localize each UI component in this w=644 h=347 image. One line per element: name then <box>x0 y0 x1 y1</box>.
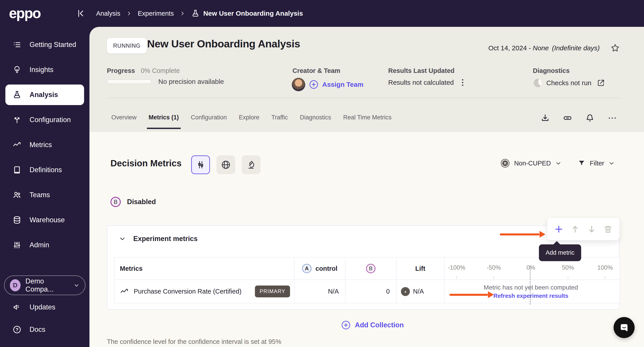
cuped-dropdown[interactable]: Non-CUPED <box>500 158 562 168</box>
control-label: control <box>316 265 338 272</box>
variant-b-value: 0 <box>386 288 390 295</box>
star-icon[interactable] <box>610 43 620 53</box>
date-end: None <box>533 44 549 52</box>
sidebar-item-updates[interactable]: Updates <box>5 297 84 318</box>
lift-axis-header: -100% -50% 0% 50% 100% <box>444 258 619 280</box>
variant-b-chip[interactable]: B <box>110 197 121 207</box>
add-collection-button[interactable]: Add Collection <box>341 320 404 330</box>
tab-overview[interactable]: Overview <box>109 111 139 129</box>
tab-explore[interactable]: Explore <box>236 111 262 129</box>
date-duration-note: (Indefinite days) <box>552 44 600 52</box>
megaphone-icon <box>12 303 22 312</box>
bell-icon[interactable] <box>585 113 595 123</box>
refresh-results-link[interactable]: Refresh experiment results <box>493 292 568 300</box>
results-row: Results not calculated <box>388 78 465 87</box>
microscope-icon <box>246 160 256 170</box>
collection-header[interactable]: Experiment metrics <box>119 235 198 243</box>
ellipsis-icon[interactable] <box>607 113 617 123</box>
chat-bubble-icon <box>618 322 630 333</box>
svg-text:?: ? <box>16 327 18 332</box>
axis-label: -100% <box>448 264 465 271</box>
sidebar-item-getting-started[interactable]: Getting Started <box>5 34 84 55</box>
interval-view-button[interactable] <box>191 156 210 174</box>
chevron-right-icon <box>180 10 185 16</box>
filter-label: Filter <box>590 160 604 167</box>
diagnostics-label: Diagnostics <box>533 67 570 74</box>
move-up-button[interactable] <box>570 224 580 234</box>
sidebar-item-definitions[interactable]: Definitions <box>5 160 84 180</box>
breadcrumb-analysis[interactable]: Analysis <box>96 10 120 17</box>
tab-real-time-metrics[interactable]: Real Time Metrics <box>341 111 394 129</box>
progress-row: No precision available <box>107 78 224 86</box>
add-metric-tooltip: Add metric <box>539 244 581 261</box>
progress-value: 0% Complete <box>141 67 180 74</box>
tab-actions <box>540 111 617 125</box>
sidebar-item-insights[interactable]: Insights <box>5 60 84 80</box>
creator-avatar <box>292 78 305 91</box>
sidebar-item-configuration[interactable]: Configuration <box>5 110 84 130</box>
eppo-logo[interactable]: eppo <box>9 5 40 22</box>
control-value: N/A <box>328 288 339 295</box>
creator-team-row: Assign Team <box>292 78 364 91</box>
tab-configuration[interactable]: Configuration <box>189 111 229 129</box>
axis-label: 50% <box>562 264 574 271</box>
funnel-icon <box>577 159 586 168</box>
tab-metrics[interactable]: Metrics (1) <box>146 111 181 129</box>
breadcrumb-page-title: New User Onboarding Analysis <box>203 10 303 17</box>
download-icon[interactable] <box>540 113 550 123</box>
diagnostics-pie-icon <box>533 78 543 88</box>
axis-tick <box>494 276 494 279</box>
date-start: Oct 14, 2024 - <box>488 44 531 52</box>
branch-icon <box>12 115 22 124</box>
tab-traffic[interactable]: Traffic <box>269 111 290 129</box>
trend-icon <box>120 287 129 296</box>
flask-icon <box>191 9 200 18</box>
list-icon <box>12 40 22 49</box>
tab-diagnostics[interactable]: Diagnostics <box>298 111 334 129</box>
lift-value: N/A <box>413 288 424 295</box>
sidebar-item-analysis[interactable]: Analysis <box>5 84 84 105</box>
metric-name-cell[interactable]: Purchase Conversion Rate (Certified) PRI… <box>114 280 294 303</box>
sidebar-item-admin[interactable]: Admin <box>5 235 84 255</box>
globe-icon <box>221 160 231 170</box>
tab-bar: Overview Metrics (1) Configuration Explo… <box>109 111 394 129</box>
results-value: Results not calculated <box>388 79 454 86</box>
sidebar-collapse-icon[interactable] <box>76 8 86 19</box>
breadcrumb-experiments[interactable]: Experiments <box>138 10 174 17</box>
delete-button[interactable] <box>603 224 613 234</box>
axis-label: 0% <box>526 264 535 271</box>
sidebar-item-warehouse[interactable]: Warehouse <box>5 210 84 230</box>
sidebar-item-label: Configuration <box>30 116 71 124</box>
external-link-icon[interactable] <box>596 78 605 88</box>
plus-circle-icon <box>341 320 351 330</box>
lift-column-header: Lift <box>396 258 444 280</box>
filter-dropdown[interactable]: Filter <box>577 159 615 168</box>
add-metric-button[interactable] <box>554 224 564 234</box>
sidebar-item-label: Teams <box>30 191 50 199</box>
workspace-switcher[interactable]: D Demo Compa... <box>4 276 86 295</box>
assign-team-button[interactable]: Assign Team <box>309 80 364 90</box>
workspace-name: Demo Compa... <box>26 277 68 293</box>
sidebar-item-metrics[interactable]: Metrics <box>5 134 84 155</box>
breadcrumb: Analysis Experiments New User Onboarding… <box>96 0 303 27</box>
sidebar-item-label: Insights <box>30 66 54 74</box>
precision-note: No precision available <box>158 78 224 86</box>
add-collection-label: Add Collection <box>355 321 404 329</box>
diagnostics-value: Checks not run <box>546 79 592 87</box>
trend-icon <box>12 140 22 149</box>
chat-launcher-button[interactable] <box>614 317 634 338</box>
flask-icon <box>12 90 22 99</box>
globe-view-button[interactable] <box>216 156 235 174</box>
metrics-table: Metrics A control B Lift -100% -50% 0% 5… <box>114 257 620 304</box>
results-updated-label: Results Last Updated <box>388 67 454 74</box>
sidebar-item-label: Getting Started <box>30 41 76 49</box>
link-icon[interactable] <box>562 113 572 123</box>
microscope-view-button[interactable] <box>242 156 260 174</box>
sidebar-item-teams[interactable]: Teams <box>5 185 84 205</box>
axis-tick <box>456 276 457 279</box>
move-down-button[interactable] <box>586 224 597 234</box>
kebab-menu-icon[interactable] <box>461 78 465 87</box>
sidebar-item-docs[interactable]: ? Docs <box>5 319 84 340</box>
lift-direction-icon[interactable]: ▲ <box>401 287 410 296</box>
sidebar: Getting Started Insights Analysis Config… <box>0 27 90 347</box>
